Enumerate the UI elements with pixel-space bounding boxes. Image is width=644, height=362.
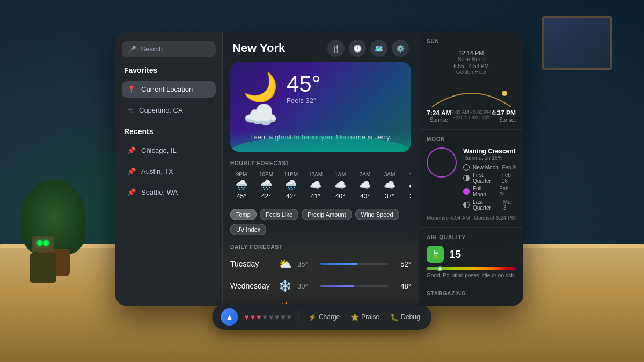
stargazing-section: STARGAZING: [419, 285, 523, 306]
filter-precip[interactable]: Precip Amount: [302, 209, 352, 220]
moon-circle: [427, 147, 457, 178]
clock-icon: 🕐: [353, 45, 362, 53]
sidebar-item-seattle[interactable]: 📌 Seattle, WA: [122, 184, 216, 201]
dock-hearts: ♥ ♥ ♥ ♥ ♥ ♥ ♥ ♥: [244, 313, 291, 321]
svg-point-0: [502, 91, 507, 96]
hourly-temp-1: 42°: [261, 193, 271, 200]
heart-4: ♥: [262, 313, 267, 321]
full-moon-date: Feb 24: [499, 186, 516, 197]
hourly-item-1: 10PM 🌧️ 42°: [255, 169, 277, 202]
hourly-time-1: 10PM: [259, 172, 273, 178]
hourly-icon-0: 🌧️: [236, 179, 247, 191]
fork-button[interactable]: 🍴: [327, 40, 345, 57]
aqi-bar: [427, 267, 516, 270]
moon-info: Waning Crescent Illumination 18% New Moo…: [463, 147, 516, 211]
last-quarter-label: Last Quarter: [473, 199, 500, 211]
moon-illumination: Illumination 18%: [463, 155, 516, 161]
moon-phase-new: New Moon Feb 9: [463, 164, 516, 171]
sun-times: 7:24 AM Sunrise 7:05 AM - 5:03 PM First …: [427, 109, 516, 123]
star-icon: ☆: [127, 106, 134, 114]
weather-hero: 🌙☁️ 45° Feels 32° I sent a ghost to haun…: [230, 62, 411, 152]
map-button[interactable]: 🗺️: [370, 40, 387, 57]
aqi-container: 🍃 15: [427, 246, 516, 263]
full-moon-dot: [463, 188, 470, 195]
praise-button[interactable]: ⭐ Praise: [347, 311, 383, 323]
filter-temp[interactable]: Temp: [230, 209, 257, 220]
sidebar-item-chicago[interactable]: 📌 Chicago, IL: [122, 142, 216, 159]
search-placeholder: Search: [141, 45, 163, 53]
last-quarter-dot: [463, 202, 470, 208]
star-praise-icon: ⭐: [350, 313, 359, 321]
dock-arrow-button[interactable]: ▲: [221, 308, 238, 326]
full-moon-label: Full Moon: [473, 186, 496, 197]
hourly-temp-6: 37°: [385, 193, 394, 200]
new-moon-dot: [463, 164, 470, 171]
weather-temp-info: 45° Feels 32°: [287, 73, 398, 105]
aqi-leaf-icon: 🍃: [431, 250, 440, 258]
praise-label: Praise: [361, 313, 379, 321]
clock-button[interactable]: 🕐: [349, 40, 366, 57]
daily-item-wednesday: Wednesday ❄️ 30° 48°: [230, 275, 411, 297]
arrow-up-icon: ▲: [225, 313, 233, 321]
heart-1: ♥: [244, 313, 248, 321]
feels-like: Feels 32°: [287, 97, 398, 105]
daily-bar-wed: [320, 285, 354, 287]
sun-section: SUN 12:14 PM Solar Noon 6:55 - 4:53 PM G…: [419, 32, 523, 130]
hourly-temp-2: 42°: [286, 193, 296, 200]
sunrise-item: 7:24 AM Sunrise: [427, 109, 451, 123]
hourly-time-2: 11PM: [284, 172, 298, 178]
hourly-item-6: 3AM ☁️ 37°: [378, 169, 401, 202]
daily-section-title: DAILY FORECAST: [230, 241, 411, 253]
heart-6: ♥: [275, 313, 279, 321]
hourly-item-5: 2AM ☁️ 40°: [354, 169, 376, 202]
moonset-time: Moonset 6:24 PM: [474, 215, 516, 221]
hourly-temp-5: 40°: [360, 193, 370, 200]
daily-low-tue: 35°: [297, 260, 316, 268]
daily-icon-tue: ⛅: [279, 257, 292, 270]
sunset-label: Sunset: [492, 117, 516, 123]
hourly-section-title: HOURLY FORECAST: [230, 157, 411, 169]
sunset-item: 4:37 PM Sunset: [492, 109, 516, 123]
sidebar-item-current-location[interactable]: 📍 Current Location: [122, 81, 216, 98]
hourly-temp-7: 35°: [409, 193, 411, 200]
location-icon: 📍: [127, 85, 136, 93]
sunset-time: 4:37 PM: [492, 109, 516, 117]
first-quarter-date: Feb 16: [502, 172, 516, 184]
search-bar[interactable]: 🎤 Search: [122, 41, 216, 57]
settings-button[interactable]: ⚙️: [392, 40, 409, 57]
hourly-scroll[interactable]: 9PM 🌧️ 45° 10PM 🌧️ 42° 11PM 🌧️ 42°: [230, 169, 411, 205]
favorites-label: Favorites: [122, 62, 216, 77]
filter-feels-like[interactable]: Feels Like: [260, 209, 298, 220]
sidebar: 🎤 Search Favorites 📍 Current Location ☆ …: [115, 32, 223, 306]
hourly-icon-2: 🌧️: [285, 179, 297, 191]
hourly-time-5: 2AM: [360, 172, 371, 178]
dock-buttons: ⚡ Charge ⭐ Praise 🐛 Debug: [298, 311, 423, 323]
filter-uv[interactable]: UV Index: [230, 224, 266, 235]
austin-label: Austin, TX: [141, 167, 173, 175]
last-quarter-date: Mar 3: [503, 199, 516, 211]
fork-icon: 🍴: [332, 45, 340, 53]
moon-section: MOON Waning Crescent Illumination 18% Ne…: [419, 130, 523, 228]
moon-rise-set: Moonrise 4:04 AM Moonset 6:24 PM: [427, 215, 516, 221]
charge-button[interactable]: ⚡ Charge: [305, 311, 343, 323]
right-panel: SUN 12:14 PM Solar Noon 6:55 - 4:53 PM G…: [419, 32, 523, 306]
sidebar-item-austin[interactable]: 📌 Austin, TX: [122, 163, 216, 180]
filter-wind[interactable]: Wind Speed: [355, 209, 399, 220]
daily-high-wed: 48°: [392, 282, 411, 290]
first-quarter-label: First Quarter: [473, 172, 499, 184]
robot-eye-right: [43, 240, 49, 246]
new-moon-date: Feb 9: [502, 165, 516, 171]
debug-button[interactable]: 🐛 Debug: [387, 311, 423, 323]
charge-label: Charge: [319, 313, 340, 321]
cupertino-label: Cupertino, CA: [139, 106, 183, 114]
chicago-label: Chicago, IL: [141, 146, 177, 154]
content-scroll[interactable]: 🌙☁️ 45° Feels 32° I sent a ghost to haun…: [223, 62, 419, 306]
sun-arc-svg: [427, 77, 516, 109]
moon-phase-full: Full Moon Feb 24: [463, 186, 516, 197]
air-quality-section: AIR QUALITY 🍃 15 Good. Pollution poses l…: [419, 228, 523, 285]
first-last-light: 7:05 AM - 5:03 PM First to Last Light: [451, 109, 492, 123]
hourly-temp-0: 45°: [237, 193, 246, 200]
temperature: 45°: [287, 73, 398, 95]
microphone-icon: 🎤: [128, 46, 136, 53]
sidebar-item-cupertino[interactable]: ☆ Cupertino, CA: [122, 102, 216, 119]
